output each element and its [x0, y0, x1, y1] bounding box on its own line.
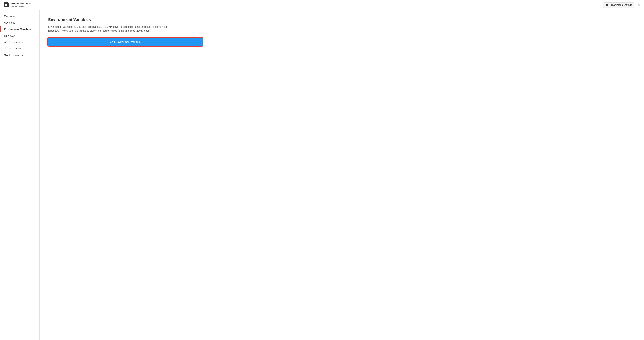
sidebar-item-ssh-keys[interactable]: SSH Keys	[0, 32, 39, 39]
close-button[interactable]: ×	[637, 3, 640, 7]
main-content: Environment Variables Environment variab…	[40, 10, 644, 340]
project-title: Project Settings	[10, 2, 31, 5]
gear-icon	[606, 4, 608, 7]
header: Project Settings sample_project Organiza…	[0, 0, 644, 10]
project-subtitle: sample_project	[10, 5, 31, 8]
sidebar-item-environment-variables[interactable]: Environment Variables	[0, 26, 39, 32]
svg-rect-3	[6, 5, 7, 6]
sidebar-item-api-permissions[interactable]: API Permissions	[0, 39, 39, 45]
layout: Overview Advanced Environment Variables …	[0, 10, 644, 340]
header-left: Project Settings sample_project	[4, 2, 31, 8]
add-env-variable-wrapper: Add Environment Variable	[48, 38, 203, 46]
svg-rect-0	[5, 4, 6, 5]
org-settings-button[interactable]: Organization Settings	[603, 2, 634, 8]
page-title: Environment Variables	[48, 17, 636, 22]
header-right: Organization Settings ×	[603, 2, 640, 8]
sidebar-item-overview[interactable]: Overview	[0, 13, 39, 20]
close-icon: ×	[638, 3, 640, 7]
project-info: Project Settings sample_project	[10, 2, 31, 8]
page-description: Environment variables let you add sensit…	[48, 25, 174, 33]
sidebar: Overview Advanced Environment Variables …	[0, 10, 40, 340]
sidebar-item-jira-integration[interactable]: Jira Integration	[0, 45, 39, 52]
sidebar-item-advanced[interactable]: Advanced	[0, 20, 39, 26]
org-settings-label: Organization Settings	[610, 4, 632, 6]
sidebar-item-slack-integration[interactable]: Slack Integration	[0, 52, 39, 58]
project-icon	[4, 2, 8, 7]
svg-rect-1	[6, 4, 7, 5]
add-environment-variable-button[interactable]: Add Environment Variable	[48, 38, 203, 46]
svg-rect-2	[5, 5, 6, 6]
